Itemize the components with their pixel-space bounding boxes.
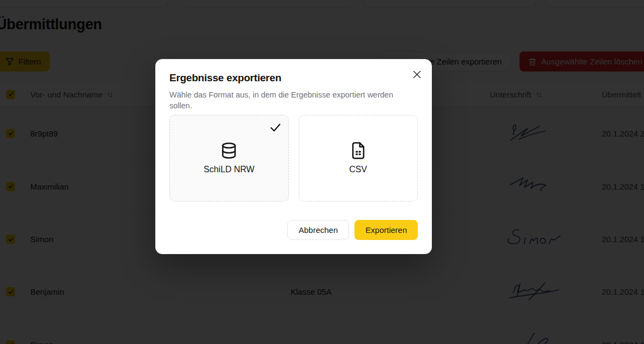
export-format-options: SchiLD NRW CSV [169,115,418,202]
database-icon [220,141,238,160]
dialog-footer: Abbrechen Exportieren [287,220,418,240]
option-schild-nrw[interactable]: SchiLD NRW [169,115,289,202]
dialog-title: Ergebnisse exportieren [169,72,418,84]
dialog-description: Wähle das Format aus, in dem die Ergebni… [169,89,416,111]
cancel-button[interactable]: Abbrechen [287,220,350,240]
option-label: SchiLD NRW [203,165,254,174]
close-icon[interactable] [411,69,422,80]
export-button[interactable]: Exportieren [354,220,418,240]
option-csv[interactable]: CSV [299,115,418,202]
export-dialog: Ergebnisse exportieren Wähle das Format … [155,59,432,254]
selected-check-icon [269,121,282,134]
option-label: CSV [349,165,367,174]
file-csv-icon [349,141,367,160]
